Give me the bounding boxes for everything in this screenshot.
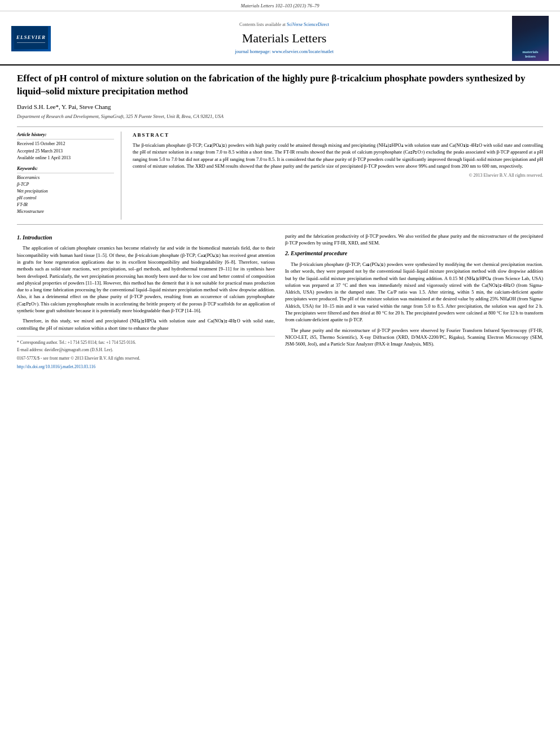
history-section: Article history: Received 15 October 201… xyxy=(17,132,114,160)
journal-cover-image: materials letters xyxy=(512,16,549,61)
journal-header: ELSEVIER Contents lists available at Sci… xyxy=(0,11,560,65)
copyright-line: © 2013 Elsevier B.V. All rights reserved… xyxy=(133,172,543,178)
footnote-corresponding: * Corresponding author. Tel.: +1 714 525… xyxy=(17,340,275,346)
online-date: Available online 1 April 2013 xyxy=(17,155,114,161)
footnote-email: E-mail address: davidlee@sigmagraft.com … xyxy=(17,347,275,353)
intro-para-2: Therefore, in this study, we mixed and p… xyxy=(17,317,275,331)
authors: David S.H. Lee*, Y. Pai, Steve Chang xyxy=(17,103,543,111)
intro-heading: 1. Introduction xyxy=(17,234,275,242)
intro-para-1: The application of calcium phosphate cer… xyxy=(17,244,275,314)
article-info-abstract: Article history: Received 15 October 201… xyxy=(17,126,543,224)
exp-para-2: The phase purity and the microstructure … xyxy=(285,327,543,348)
keyword-ftir: FT-IR xyxy=(17,202,114,208)
left-column: 1. Introduction The application of calci… xyxy=(17,233,275,370)
keyword-ph-control: pH control xyxy=(17,195,114,202)
exp-para-1: The β-tricalcium phosphate (β-TCP; Ca₃(P… xyxy=(285,261,543,324)
accepted-date: Accepted 25 March 2013 xyxy=(17,148,114,154)
footer-issn: 0167-577X/$ - see front matter © 2013 El… xyxy=(17,356,275,362)
keywords-section: Keywords: Bioceramics β-TCP Wet precipit… xyxy=(17,165,114,215)
article-title: Effect of pH control of mixture solution… xyxy=(17,72,543,98)
right-column: purity and the fabrication productivity … xyxy=(285,233,543,370)
keywords-list: Bioceramics β-TCP Wet precipitation pH c… xyxy=(17,174,114,215)
journal-citation-bar: Materials Letters 102–103 (2013) 76–79 xyxy=(0,0,560,11)
svg-text:ELSEVIER: ELSEVIER xyxy=(16,34,46,40)
history-heading: Article history: xyxy=(17,132,114,139)
homepage-url[interactable]: www.elsevier.com/locate/matlet xyxy=(272,49,334,54)
journal-cover-label: materials letters xyxy=(523,50,539,59)
page: Materials Letters 102–103 (2013) 76–79 E… xyxy=(0,0,560,747)
footnotes: * Corresponding author. Tel.: +1 714 525… xyxy=(17,336,275,370)
affiliation: Department of Research and Development, … xyxy=(17,113,543,120)
body-columns: 1. Introduction The application of calci… xyxy=(17,233,543,370)
keyword-microstructure: Microstructure xyxy=(17,208,114,215)
intro-end-para: purity and the fabrication productivity … xyxy=(285,233,543,247)
article-info: Article history: Received 15 October 201… xyxy=(17,132,121,219)
footer-doi[interactable]: http://dx.doi.org/10.1016/j.matlet.2013.… xyxy=(17,364,275,370)
journal-thumbnail: materials letters xyxy=(512,16,549,61)
citation-text: Materials Letters 102–103 (2013) 76–79 xyxy=(241,3,320,8)
journal-center: Contents lists available at SciVerse Sci… xyxy=(62,21,506,55)
svg-rect-2 xyxy=(17,42,45,43)
keyword-bioceramics: Bioceramics xyxy=(17,174,114,181)
elsevier-logo-image: ELSEVIER xyxy=(11,26,51,51)
journal-title: Materials Letters xyxy=(62,30,506,47)
keywords-heading: Keywords: xyxy=(17,165,114,173)
received-date: Received 15 October 2012 xyxy=(17,141,114,147)
main-content: Effect of pH control of mixture solution… xyxy=(0,65,560,381)
exp-heading: 2. Experimental procedure xyxy=(285,250,543,258)
abstract-text: The β-tricalcium phosphate (β-TCP; Ca₃(P… xyxy=(133,142,543,169)
journal-homepage: journal homepage: www.elsevier.com/locat… xyxy=(62,49,506,55)
keyword-wet-precipitation: Wet precipitation xyxy=(17,188,114,195)
sciverse-line: Contents lists available at SciVerse Sci… xyxy=(62,21,506,28)
elsevier-logo: ELSEVIER xyxy=(11,26,56,51)
abstract-heading: ABSTRACT xyxy=(133,132,543,139)
keyword-btcp: β-TCP xyxy=(17,181,114,188)
sciverse-link[interactable]: SciVerse ScienceDirect xyxy=(287,22,329,27)
abstract-section: ABSTRACT The β-tricalcium phosphate (β-T… xyxy=(133,132,543,219)
